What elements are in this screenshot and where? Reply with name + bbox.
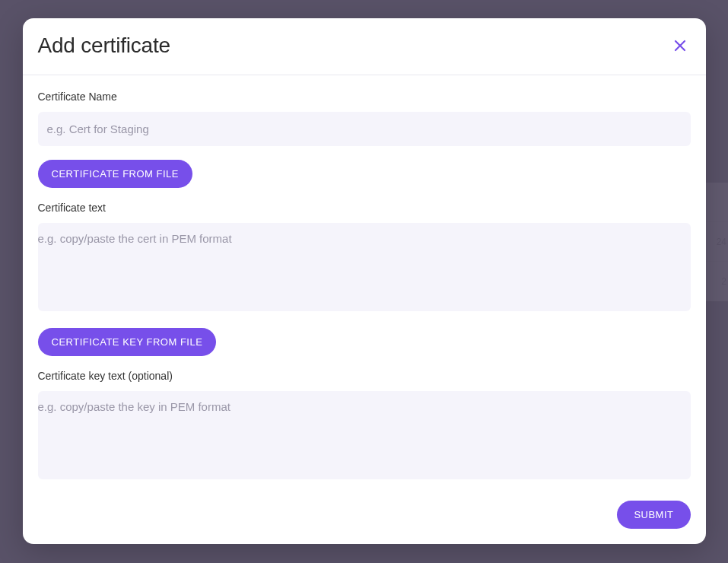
cert-name-input[interactable] bbox=[38, 112, 691, 146]
cert-key-text-label: Certificate key text (optional) bbox=[38, 370, 691, 382]
submit-button[interactable]: SUBMIT bbox=[617, 501, 690, 529]
modal-footer: SUBMIT bbox=[23, 488, 706, 544]
modal-body: Certificate Name CERTIFICATE FROM FILE C… bbox=[23, 75, 706, 488]
close-icon bbox=[672, 38, 688, 53]
cert-name-label: Certificate Name bbox=[38, 91, 691, 103]
cert-text-label: Certificate text bbox=[38, 202, 691, 214]
modal-header: Add certificate bbox=[23, 18, 706, 75]
cert-key-text-textarea[interactable] bbox=[38, 391, 691, 479]
certificate-key-from-file-button[interactable]: CERTIFICATE KEY FROM FILE bbox=[38, 328, 217, 356]
modal-title: Add certificate bbox=[38, 33, 170, 58]
close-button[interactable] bbox=[669, 35, 691, 56]
add-certificate-modal: Add certificate Certificate Name CERTIFI… bbox=[23, 18, 706, 544]
cert-text-textarea[interactable] bbox=[38, 223, 691, 311]
certificate-from-file-button[interactable]: CERTIFICATE FROM FILE bbox=[38, 160, 192, 188]
modal-overlay: Add certificate Certificate Name CERTIFI… bbox=[0, 0, 728, 563]
